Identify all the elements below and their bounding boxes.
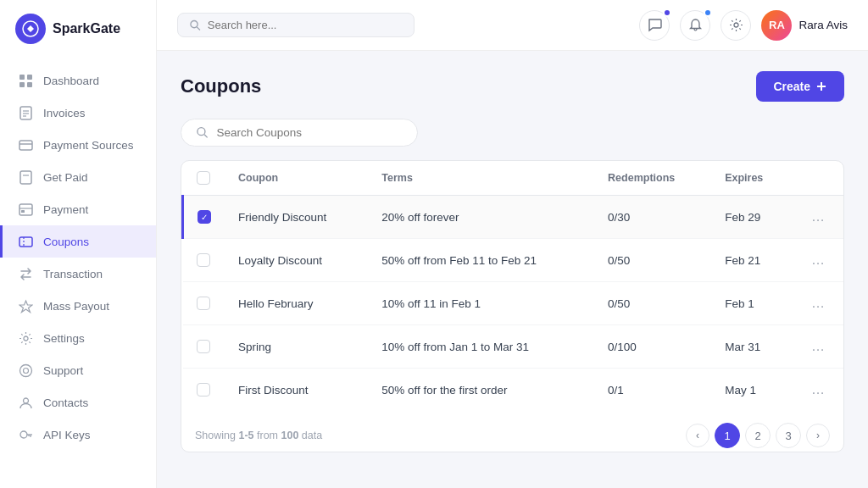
- coupon-search-container[interactable]: [181, 119, 418, 147]
- sidebar-item-settings[interactable]: Settings: [0, 322, 156, 354]
- notification-button[interactable]: [680, 10, 710, 41]
- gear-icon: [729, 18, 743, 32]
- transaction-icon: [18, 266, 33, 281]
- avatar: RA: [761, 10, 792, 41]
- chat-button[interactable]: [639, 10, 670, 41]
- row-more-button[interactable]: …: [806, 337, 830, 356]
- coupon-redemptions: 0/100: [594, 325, 711, 369]
- coupons-label: Coupons: [43, 236, 89, 248]
- chat-icon: [648, 18, 662, 32]
- page-header: Coupons Create: [181, 71, 844, 102]
- create-button[interactable]: Create: [756, 71, 844, 102]
- sidebar-item-support[interactable]: Support: [0, 354, 156, 386]
- sidebar-nav: Dashboard Invoices Payment Sources Get P…: [0, 58, 156, 488]
- coupon-search-input[interactable]: [217, 126, 402, 139]
- row-actions-cell: …: [793, 282, 843, 325]
- coupon-name: Loyalty Discount: [225, 239, 368, 282]
- col-redemptions: Redemptions: [594, 161, 711, 196]
- payment-icon: [18, 202, 33, 217]
- sidebar-item-payment[interactable]: Payment: [0, 193, 156, 225]
- row-checkbox-1[interactable]: ✓: [198, 210, 211, 224]
- svg-line-32: [204, 135, 208, 138]
- sidebar-item-payment-sources[interactable]: Payment Sources: [0, 129, 156, 161]
- next-page-button[interactable]: ›: [806, 424, 830, 447]
- svg-line-27: [197, 26, 200, 30]
- svg-point-26: [191, 20, 198, 27]
- user-info[interactable]: RA Rara Avis: [761, 10, 848, 41]
- coupon-name: First Discount: [225, 369, 368, 412]
- settings-button[interactable]: [721, 10, 751, 41]
- row-checkbox-2[interactable]: [197, 253, 210, 267]
- row-actions-cell: …: [793, 325, 843, 369]
- row-more-button[interactable]: …: [806, 208, 830, 226]
- header-search[interactable]: [177, 13, 415, 37]
- col-actions: [793, 161, 843, 196]
- settings-icon: [18, 330, 33, 346]
- plus-icon: [815, 80, 827, 92]
- svg-rect-16: [19, 237, 32, 247]
- coupon-expires: Feb 29: [711, 196, 793, 239]
- svg-point-28: [734, 23, 738, 27]
- sidebar-item-coupons[interactable]: Coupons: [0, 225, 156, 258]
- app-name: SparkGate: [53, 21, 120, 36]
- sidebar-item-api-keys[interactable]: API Keys: [0, 419, 156, 451]
- coupon-terms: 10% off from Jan 1 to Mar 31: [368, 325, 594, 369]
- bell-icon: [688, 18, 703, 32]
- row-checkbox-3[interactable]: [197, 297, 210, 310]
- sidebar-item-mass-payout[interactable]: Mass Payout: [0, 290, 156, 322]
- coupon-expires: Feb 1: [711, 282, 793, 325]
- coupon-name: Spring: [225, 325, 368, 369]
- settings-label: Settings: [43, 332, 85, 345]
- get-paid-label: Get Paid: [43, 171, 88, 184]
- row-checkbox-cell: [183, 239, 225, 282]
- sidebar-item-invoices[interactable]: Invoices: [0, 97, 156, 129]
- invoices-label: Invoices: [43, 107, 86, 119]
- svg-point-31: [198, 128, 205, 136]
- page-button-3[interactable]: 3: [776, 423, 801, 448]
- svg-point-20: [23, 368, 28, 373]
- row-checkbox-5[interactable]: [197, 383, 210, 396]
- payment-sources-label: Payment Sources: [43, 139, 134, 152]
- coupon-redemptions: 0/50: [594, 239, 711, 282]
- row-actions-cell: …: [793, 369, 843, 412]
- notification-badge: [704, 8, 712, 17]
- main-area: RA Rara Avis Coupons Create: [157, 0, 868, 488]
- header: RA Rara Avis: [157, 0, 868, 51]
- contacts-icon: [18, 395, 33, 410]
- row-checkbox-cell: ✓: [183, 196, 225, 239]
- svg-rect-1: [19, 75, 25, 80]
- invoices-icon: [18, 105, 33, 120]
- coupon-expires: Mar 31: [711, 325, 793, 369]
- svg-rect-11: [20, 171, 31, 184]
- coupon-redemptions: 0/50: [594, 282, 711, 325]
- row-actions-cell: …: [793, 239, 843, 282]
- table-row: ✓ Friendly Discount 20% off forever 0/30…: [183, 196, 844, 239]
- sidebar-item-transaction[interactable]: Transaction: [0, 258, 156, 290]
- row-more-button[interactable]: …: [806, 294, 830, 313]
- col-expires: Expires: [711, 161, 793, 196]
- table-row: Hello February 10% off 11 in Feb 1 0/50 …: [183, 282, 844, 325]
- svg-rect-3: [19, 82, 25, 87]
- sidebar-item-contacts[interactable]: Contacts: [0, 386, 156, 419]
- row-actions-cell: …: [793, 196, 843, 239]
- page-button-2[interactable]: 2: [745, 423, 771, 448]
- content: Coupons Create Coupon Terms R: [157, 51, 868, 488]
- coupon-expires: Feb 21: [711, 239, 793, 282]
- coupon-terms: 50% off from Feb 11 to Feb 21: [368, 239, 594, 282]
- row-more-button[interactable]: …: [806, 251, 830, 269]
- chat-badge: [663, 8, 671, 17]
- sidebar: SparkGate Dashboard Invoices Payment Sou…: [0, 0, 157, 488]
- table-row: Spring 10% off from Jan 1 to Mar 31 0/10…: [183, 325, 844, 369]
- row-more-button[interactable]: …: [806, 380, 830, 399]
- page-button-1[interactable]: 1: [715, 423, 740, 448]
- prev-page-button[interactable]: ‹: [686, 424, 709, 447]
- row-checkbox-4[interactable]: [197, 340, 210, 353]
- row-checkbox-cell: [183, 282, 225, 325]
- page-title: Coupons: [181, 75, 261, 97]
- header-search-input[interactable]: [208, 19, 402, 31]
- svg-rect-9: [19, 141, 32, 150]
- header-actions: RA Rara Avis: [639, 10, 848, 41]
- sidebar-item-get-paid[interactable]: Get Paid: [0, 161, 156, 193]
- sidebar-item-dashboard[interactable]: Dashboard: [0, 64, 156, 97]
- select-all-checkbox[interactable]: [197, 171, 210, 185]
